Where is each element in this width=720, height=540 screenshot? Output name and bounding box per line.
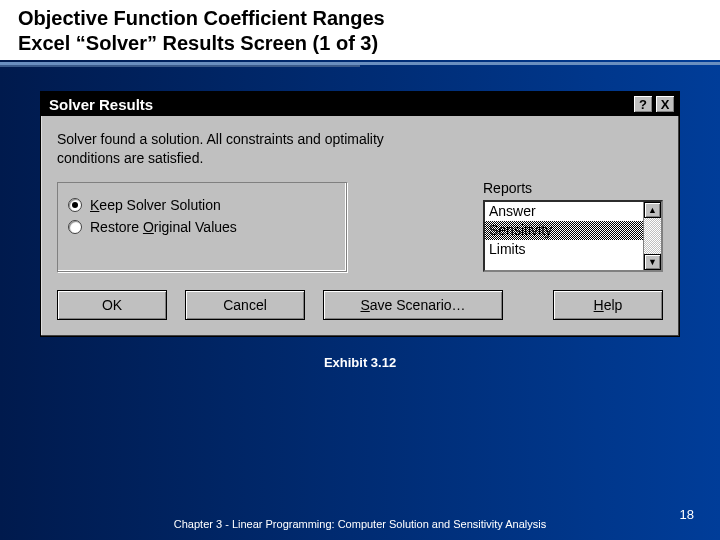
message-line2: conditions are satisfied.: [57, 149, 663, 168]
message-line1: Solver found a solution. All constraints…: [57, 130, 663, 149]
help-button[interactable]: Help: [553, 290, 663, 320]
slide-title-line2: Excel “Solver” Results Screen (1 of 3): [18, 31, 702, 56]
cancel-button[interactable]: Cancel: [185, 290, 305, 320]
list-item-limits[interactable]: Limits: [485, 240, 643, 259]
dialog-title: Solver Results: [45, 96, 631, 113]
scroll-down-icon[interactable]: ▼: [644, 254, 661, 270]
scrollbar-track[interactable]: [644, 218, 661, 254]
solver-message: Solver found a solution. All constraints…: [57, 130, 663, 168]
save-scenario-button[interactable]: Save Scenario…: [323, 290, 503, 320]
radio-restore-original[interactable]: Restore Original Values: [68, 219, 336, 235]
radio-restore-label: Restore Original Values: [90, 219, 237, 235]
reports-label: Reports: [483, 180, 663, 196]
radio-icon: [68, 220, 82, 234]
button-row: OK Cancel Save Scenario… Help: [57, 290, 663, 320]
help-icon[interactable]: ?: [633, 95, 653, 113]
exhibit-label: Exhibit 3.12: [20, 355, 700, 370]
radio-keep-solution[interactable]: Keep Solver Solution: [68, 197, 336, 213]
slide-footer: Chapter 3 - Linear Programming: Computer…: [0, 518, 720, 530]
list-item-answer[interactable]: Answer: [485, 202, 643, 221]
ok-button[interactable]: OK: [57, 290, 167, 320]
page-number: 18: [680, 507, 694, 522]
list-item-sensitivity[interactable]: Sensitivity: [485, 221, 643, 240]
radio-icon: [68, 198, 82, 212]
solution-options-group: Keep Solver Solution Restore Original Va…: [57, 182, 347, 272]
listbox-scrollbar[interactable]: ▲ ▼: [643, 202, 661, 270]
solver-results-dialog: Solver Results ? X Solver found a soluti…: [40, 91, 680, 337]
titlebar[interactable]: Solver Results ? X: [41, 92, 679, 116]
footer-text: Chapter 3 - Linear Programming: Computer…: [0, 518, 720, 530]
slide-header: Objective Function Coefficient Ranges Ex…: [0, 0, 720, 60]
scroll-up-icon[interactable]: ▲: [644, 202, 661, 218]
radio-keep-label: Keep Solver Solution: [90, 197, 221, 213]
reports-listbox[interactable]: Answer Sensitivity Limits ▲ ▼: [483, 200, 663, 272]
close-icon[interactable]: X: [655, 95, 675, 113]
slide-title-line1: Objective Function Coefficient Ranges: [18, 6, 702, 31]
